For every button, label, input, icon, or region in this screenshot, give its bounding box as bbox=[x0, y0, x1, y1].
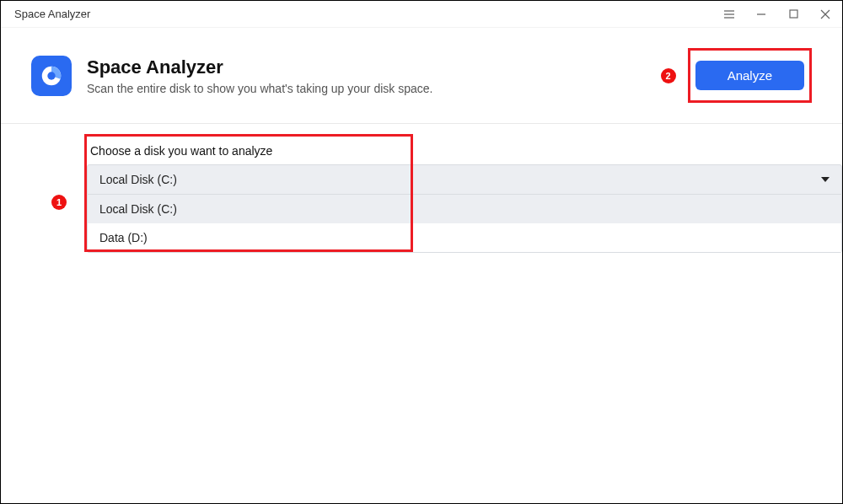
callout-badge-2: 2 bbox=[661, 68, 676, 83]
callout-badge-1: 1 bbox=[51, 195, 67, 210]
disk-dropdown: Local Disk (C:) Data (D:) bbox=[87, 195, 842, 253]
disk-selector: Local Disk (C:) Local Disk (C:) Data (D:… bbox=[87, 164, 842, 253]
disk-select-current[interactable]: Local Disk (C:) bbox=[87, 164, 842, 195]
page-subtitle: Scan the entire disk to show you what's … bbox=[87, 82, 432, 95]
window-controls bbox=[721, 6, 834, 23]
svg-point-8 bbox=[47, 72, 55, 79]
minimize-icon[interactable] bbox=[753, 6, 770, 23]
chevron-down-icon bbox=[821, 177, 830, 182]
analyze-highlight: 2 Analyze bbox=[688, 48, 812, 103]
choose-disk-label: Choose a disk you want to analyze bbox=[90, 144, 812, 158]
disk-option[interactable]: Local Disk (C:) bbox=[88, 195, 841, 223]
maximize-icon[interactable] bbox=[785, 6, 802, 23]
header: Space Analyzer Scan the entire disk to s… bbox=[1, 28, 842, 124]
app-icon bbox=[31, 56, 72, 96]
page-title: Space Analyzer bbox=[87, 56, 432, 78]
disk-select-value: Local Disk (C:) bbox=[99, 173, 177, 186]
titlebar: Space Analyzer bbox=[1, 1, 842, 28]
svg-rect-4 bbox=[790, 10, 797, 18]
disk-option[interactable]: Data (D:) bbox=[88, 223, 841, 252]
analyze-button[interactable]: Analyze bbox=[695, 61, 804, 90]
window-title: Space Analyzer bbox=[14, 8, 90, 20]
menu-icon[interactable] bbox=[721, 6, 738, 23]
content-area: 1 Choose a disk you want to analyze Loca… bbox=[1, 124, 842, 273]
close-icon[interactable] bbox=[817, 6, 834, 23]
header-text: Space Analyzer Scan the entire disk to s… bbox=[87, 56, 432, 95]
